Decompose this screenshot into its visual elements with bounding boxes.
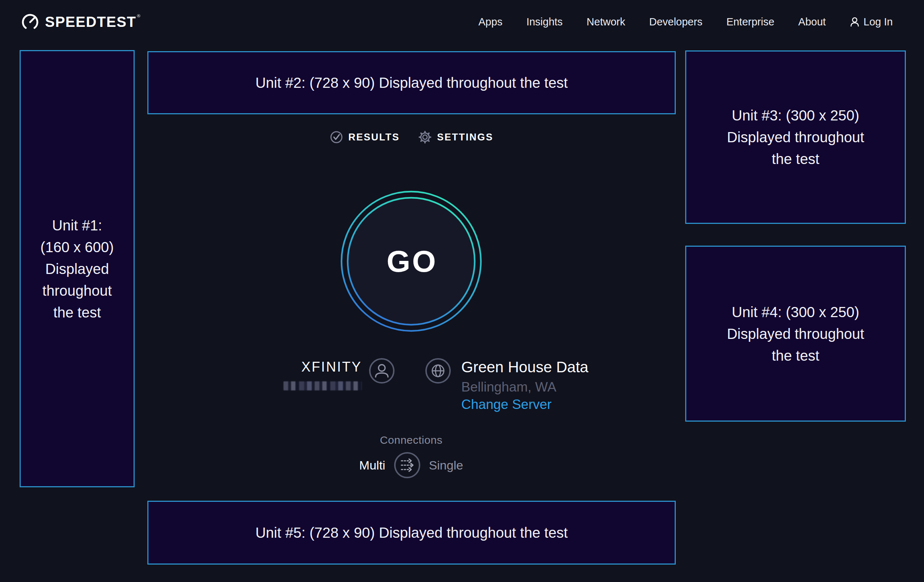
ad-unit-2[interactable]: Unit #2: (728 x 90) Displayed throughout… [147, 51, 676, 114]
trademark-mark: ® [137, 13, 141, 18]
user-icon [850, 17, 860, 27]
nav-item-insights[interactable]: Insights [526, 16, 563, 28]
login-label: Log In [863, 16, 893, 28]
connections-label: Connections [340, 434, 482, 446]
connections-multi-option[interactable]: Multi [359, 458, 385, 472]
go-button[interactable]: GO [340, 191, 482, 332]
tab-settings-label: SETTINGS [437, 132, 493, 143]
connections-toggle-icon[interactable] [393, 452, 421, 479]
brand-name: SPEEDTEST® [45, 14, 140, 30]
server-location: Bellingham, WA [461, 379, 556, 395]
tabs-bar: RESULTS [147, 130, 676, 144]
nav-item-apps[interactable]: Apps [478, 16, 502, 28]
check-circle-icon [330, 130, 343, 144]
gear-icon [419, 130, 432, 144]
connections-single-option[interactable]: Single [429, 458, 464, 472]
ad-unit-5[interactable]: Unit #5: (728 x 90) Displayed throughout… [147, 501, 676, 565]
speedtest-logo[interactable]: SPEEDTEST® [20, 12, 140, 31]
tab-results[interactable]: RESULTS [330, 130, 400, 144]
server-globe-circle-icon [425, 358, 451, 384]
ad-unit-3[interactable]: Unit #3: (300 x 250) Displayed throughou… [685, 50, 906, 224]
ad-unit-1[interactable]: Unit #1: (160 x 600) Displayed throughou… [20, 50, 135, 487]
nav-item-enterprise[interactable]: Enterprise [726, 16, 774, 28]
login-button[interactable]: Log In [850, 16, 893, 28]
redacted-ip-text [284, 381, 362, 391]
connections-section: Connections Multi Single [340, 434, 482, 479]
isp-user-circle-icon [369, 358, 395, 384]
ad-unit-5-text: Unit #5: (728 x 90) Displayed throughout… [256, 522, 568, 544]
nav-item-developers[interactable]: Developers [649, 16, 703, 28]
ad-unit-2-text: Unit #2: (728 x 90) Displayed throughout… [256, 72, 568, 94]
isp-name: XFINITY [301, 359, 362, 375]
top-nav: SPEEDTEST® Apps Insights Network Develop… [0, 0, 924, 43]
go-label: GO [340, 191, 482, 332]
connections-toggle-row: Multi Single [340, 452, 482, 479]
nav-item-network[interactable]: Network [586, 16, 625, 28]
ad-unit-4-text: Unit #4: (300 x 250) Displayed throughou… [727, 301, 864, 366]
ad-unit-4[interactable]: Unit #4: (300 x 250) Displayed throughou… [685, 246, 906, 422]
speedtest-page: { "brand": { "name": "SPEEDTEST", "trade… [0, 0, 924, 582]
ad-unit-1-text: Unit #1: (160 x 600) Displayed throughou… [40, 214, 114, 323]
ad-unit-3-text: Unit #3: (300 x 250) Displayed throughou… [727, 104, 864, 170]
tab-results-label: RESULTS [348, 132, 400, 143]
change-server-link[interactable]: Change Server [461, 397, 552, 412]
nav-links: Apps Insights Network Developers Enterpr… [478, 16, 893, 28]
server-name: Green House Data [461, 358, 588, 376]
nav-item-about[interactable]: About [799, 16, 826, 28]
tab-settings[interactable]: SETTINGS [419, 130, 493, 144]
gauge-icon [20, 12, 40, 31]
